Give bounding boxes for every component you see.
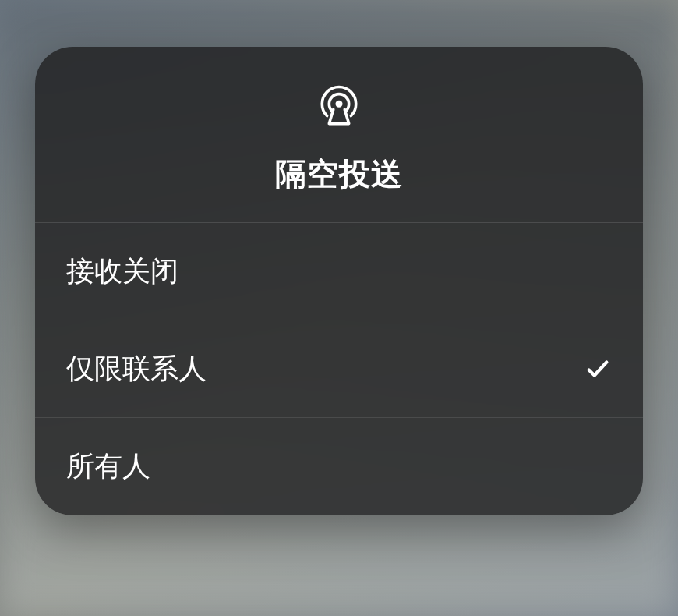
option-receiving-off[interactable]: 接收关闭 bbox=[35, 223, 643, 320]
airdrop-icon bbox=[316, 83, 362, 128]
panel-title: 隔空投送 bbox=[275, 153, 403, 196]
svg-point-0 bbox=[335, 101, 342, 108]
option-everyone[interactable]: 所有人 bbox=[35, 418, 643, 515]
option-label: 接收关闭 bbox=[66, 253, 178, 291]
panel-header: 隔空投送 bbox=[35, 47, 643, 223]
airdrop-panel: 隔空投送 接收关闭 仅限联系人 所有人 bbox=[35, 47, 643, 515]
option-contacts-only[interactable]: 仅限联系人 bbox=[35, 320, 643, 418]
checkmark-icon bbox=[584, 355, 612, 383]
option-label: 所有人 bbox=[66, 448, 150, 486]
option-label: 仅限联系人 bbox=[66, 350, 207, 388]
options-list: 接收关闭 仅限联系人 所有人 bbox=[35, 223, 643, 515]
